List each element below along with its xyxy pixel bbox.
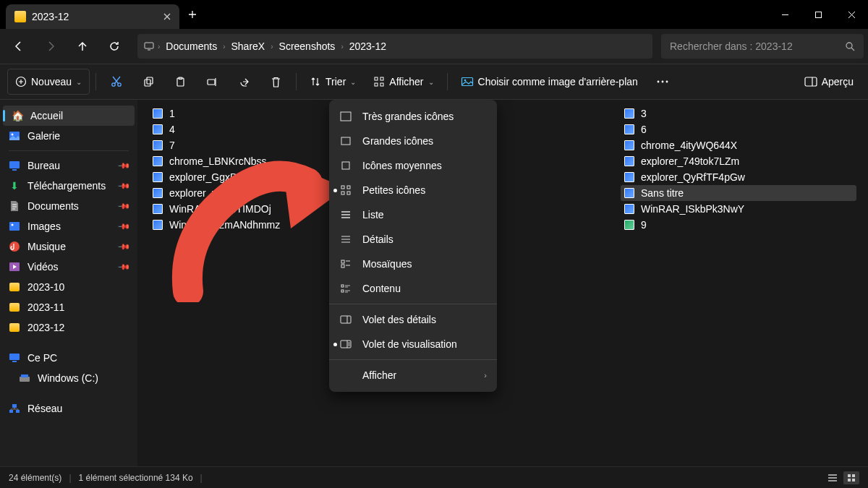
list-view-toggle[interactable]	[825, 471, 841, 484]
refresh-button[interactable]	[100, 33, 129, 59]
menu-item-show-submenu[interactable]: Afficher ›	[329, 363, 497, 388]
chevron-right-icon[interactable]: ›	[158, 43, 160, 51]
sidebar-item-network[interactable]: Réseau	[0, 398, 137, 419]
new-button[interactable]: Nouveau ⌄	[7, 69, 90, 95]
cut-button[interactable]	[102, 69, 131, 95]
delete-button[interactable]	[261, 69, 290, 95]
sort-button[interactable]: Trier ⌄	[302, 69, 363, 95]
file-item[interactable]: Sans titre	[621, 185, 856, 201]
folder-icon	[9, 281, 20, 293]
grid-view-toggle[interactable]	[843, 471, 859, 484]
sidebar-divider	[9, 150, 129, 151]
breadcrumb-item[interactable]: ShareX	[229, 40, 268, 52]
sidebar-label: Bureau	[27, 160, 60, 171]
menu-label: Grandes icônes	[362, 135, 487, 147]
chevron-down-icon: ⌄	[350, 78, 356, 86]
breadcrumb-item[interactable]: Documents	[163, 40, 220, 52]
sidebar-item-downloads[interactable]: ⬇ Téléchargements 📌	[0, 176, 137, 196]
breadcrumb-item[interactable]: Screenshots	[276, 40, 339, 52]
svg-rect-28	[9, 354, 20, 360]
copy-button[interactable]	[134, 69, 163, 95]
back-button[interactable]	[4, 33, 33, 59]
videos-icon	[9, 261, 20, 273]
view-dropdown-menu: Très grandes icônes Grandes icônes Icône…	[329, 100, 497, 392]
menu-item-details[interactable]: Détails	[329, 227, 497, 252]
menu-item-medium-icons[interactable]: Icônes moyennes	[329, 153, 497, 178]
new-tab-button[interactable]	[188, 10, 197, 19]
forward-button[interactable]	[36, 33, 65, 59]
menu-item-details-pane[interactable]: Volet des détails	[329, 307, 497, 332]
pin-icon: 📌	[116, 239, 130, 253]
svg-rect-0	[815, 12, 821, 17]
file-list-area[interactable]: 147chrome_LBNKrcNbssexplorer_GgxDqyufnEe…	[137, 100, 868, 466]
menu-item-extra-large-icons[interactable]: Très grandes icônes	[329, 104, 497, 129]
sidebar-item-home[interactable]: 🏠 Accueil	[3, 106, 135, 126]
set-background-button[interactable]: Choisir comme image d'arrière-plan	[454, 69, 645, 95]
svg-rect-13	[375, 83, 378, 86]
home-icon: 🏠	[12, 110, 23, 121]
chevron-right-icon[interactable]: ›	[223, 43, 225, 51]
sidebar-item-videos[interactable]: Vidéos 📌	[0, 257, 137, 277]
share-button[interactable]	[229, 69, 258, 95]
chevron-right-icon[interactable]: ›	[271, 43, 273, 51]
sidebar-label: Accueil	[30, 110, 63, 121]
download-icon: ⬇	[9, 180, 20, 192]
menu-item-content[interactable]: Contenu	[329, 276, 497, 301]
sidebar-item-folder[interactable]: 2023-11	[0, 297, 137, 317]
maximize-button[interactable]	[801, 0, 835, 29]
close-window-button[interactable]	[835, 0, 868, 29]
file-item[interactable]: explorer_QyRfTF4pGw	[621, 169, 856, 185]
minimize-button[interactable]	[768, 0, 801, 29]
menu-item-tiles[interactable]: Mosaïques	[329, 252, 497, 276]
pin-icon: 📌	[116, 158, 130, 172]
details-pane-icon	[339, 313, 352, 326]
file-item[interactable]: WinRAR_ISkbPk3NwY	[621, 201, 856, 217]
sidebar-item-images[interactable]: Images 📌	[0, 216, 137, 236]
svg-rect-23	[9, 161, 20, 168]
file-item[interactable]: 6	[621, 121, 856, 137]
view-button[interactable]: Afficher ⌄	[366, 69, 441, 95]
image-file-icon	[152, 203, 163, 215]
menu-item-preview-pane[interactable]: Volet de visualisation	[329, 332, 497, 356]
sidebar-item-gallery[interactable]: Galerie	[0, 126, 137, 146]
up-button[interactable]	[68, 33, 97, 59]
more-button[interactable]	[648, 69, 677, 95]
monitor-icon[interactable]	[143, 40, 155, 52]
sidebar-item-music[interactable]: Musique 📌	[0, 236, 137, 257]
active-indicator	[333, 343, 337, 346]
breadcrumb-item[interactable]: 2023-12	[346, 40, 389, 52]
sidebar-label: Réseau	[27, 403, 62, 414]
sidebar-item-documents[interactable]: Documents 📌	[0, 196, 137, 216]
sidebar[interactable]: 🏠 Accueil Galerie Bureau 📌 ⬇ Téléchargem…	[0, 100, 137, 466]
sidebar-item-folder[interactable]: 2023-10	[0, 277, 137, 297]
file-item[interactable]: explorer_749tok7LZm	[621, 153, 856, 169]
breadcrumb[interactable]: › Documents › ShareX › Screenshots › 202…	[137, 34, 652, 59]
sidebar-item-thispc[interactable]: Ce PC	[0, 348, 137, 368]
file-name: Sans titre	[641, 187, 684, 199]
preview-pane-button[interactable]: Aperçu	[797, 69, 861, 95]
chevron-right-icon[interactable]: ›	[341, 43, 343, 51]
sidebar-item-folder[interactable]: 2023-12	[0, 317, 137, 338]
search-input[interactable]: Rechercher dans : 2023-12	[661, 34, 864, 59]
image-file-icon	[152, 187, 163, 199]
close-tab-icon[interactable]	[163, 13, 171, 20]
menu-item-list[interactable]: Liste	[329, 202, 497, 227]
sidebar-item-desktop[interactable]: Bureau 📌	[0, 155, 137, 176]
file-name: explorer_uijF8xhulB	[169, 187, 259, 199]
paste-button[interactable]	[166, 69, 195, 95]
file-item[interactable]: chrome_4ityWQ644X	[621, 137, 856, 153]
rename-button[interactable]	[197, 69, 226, 95]
svg-rect-51	[852, 479, 855, 481]
svg-rect-6	[145, 80, 150, 86]
image-file-icon	[152, 171, 163, 183]
sidebar-label: Vidéos	[27, 261, 59, 273]
menu-item-small-icons[interactable]: Petites icônes	[329, 178, 497, 202]
menu-item-large-icons[interactable]: Grandes icônes	[329, 129, 497, 153]
search-placeholder: Rechercher dans : 2023-12	[670, 40, 793, 52]
window-tab[interactable]: 2023-12	[6, 4, 179, 29]
toolbar: Nouveau ⌄ Trier ⌄ Afficher ⌄ Choisir com…	[0, 64, 868, 100]
svg-rect-42	[341, 265, 344, 267]
file-item[interactable]: 3	[621, 106, 856, 121]
sidebar-item-drive[interactable]: Windows (C:)	[0, 368, 137, 388]
file-item[interactable]: 9	[621, 217, 856, 233]
